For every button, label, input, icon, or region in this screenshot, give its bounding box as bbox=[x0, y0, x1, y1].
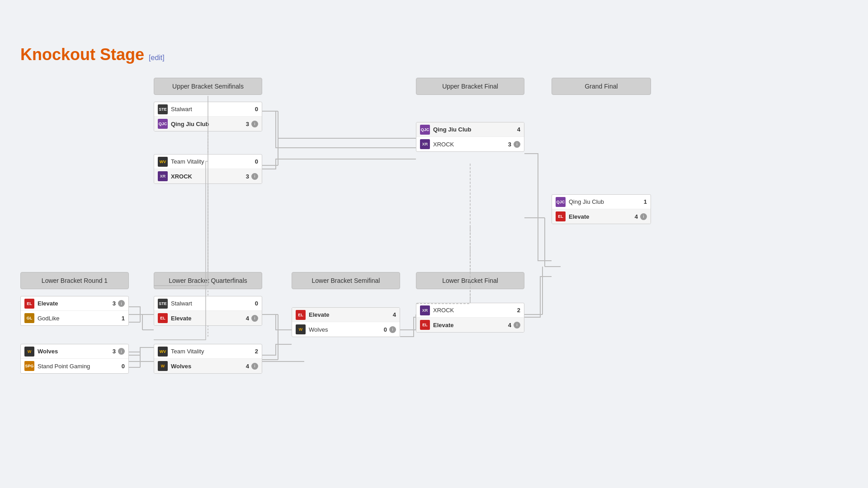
ub-final-column: Upper Bracket Final QJC Qing Jiu Club 4 … bbox=[416, 78, 524, 152]
team-name: Stalwart bbox=[171, 106, 250, 113]
bracket-area: Lower Bracket Round 1 EL Elevate 3 i GL … bbox=[20, 78, 698, 403]
team-score: 3 bbox=[503, 141, 511, 148]
team-score: 1 bbox=[639, 198, 647, 205]
elevate-logo-1: EL bbox=[24, 299, 34, 309]
lb-qf-header: Lower Bracket Quarterfinals bbox=[154, 272, 262, 289]
ub-sf-match1: STE Stalwart 0 QJC Qing Jiu Club 3 i bbox=[154, 102, 262, 131]
lb-qf-match1: STE Stalwart 0 EL Elevate 4 i bbox=[154, 296, 262, 326]
qjc-logo-2: QJC bbox=[420, 125, 430, 135]
lb-qf-m2-team2: W Wolves 4 i bbox=[154, 359, 262, 373]
lb-qf-column: Lower Bracket Quarterfinals STE Stalwart… bbox=[154, 272, 262, 374]
vitality-logo-2: WV bbox=[158, 347, 168, 357]
spg-logo: SPG bbox=[24, 361, 34, 371]
team-name: XROCK bbox=[433, 141, 503, 148]
team-name: Elevate bbox=[433, 322, 503, 328]
team-name: Wolves bbox=[309, 326, 379, 333]
info-icon[interactable]: i bbox=[118, 348, 125, 355]
gf-team1: QJC Qing Jiu Club 1 bbox=[552, 195, 651, 209]
ub-final-header: Upper Bracket Final bbox=[416, 78, 524, 95]
lb-qf-m2-team1: WV Team Vitality 2 bbox=[154, 344, 262, 359]
info-icon[interactable]: i bbox=[514, 141, 520, 148]
stalwart-logo-2: STE bbox=[158, 299, 168, 309]
info-icon[interactable]: i bbox=[251, 173, 258, 180]
team-score: 3 bbox=[241, 173, 249, 180]
team-name: GodLike bbox=[38, 315, 117, 322]
team-score: 3 bbox=[108, 300, 116, 307]
xrock-logo-3: XR bbox=[420, 305, 430, 315]
team-score: 1 bbox=[117, 315, 125, 322]
lb-final-team2: EL Elevate 4 i bbox=[416, 318, 524, 332]
info-icon[interactable]: i bbox=[389, 326, 396, 333]
page-container: Knockout Stage [edit] bbox=[9, 9, 859, 412]
elevate-logo-3: EL bbox=[296, 310, 306, 320]
team-name: XROCK bbox=[433, 307, 512, 314]
info-icon[interactable]: i bbox=[251, 363, 258, 370]
lb-sf-column: Lower Bracket Semifinal EL Elevate 4 W W… bbox=[292, 272, 400, 337]
team-score: 4 bbox=[512, 126, 520, 133]
ub-sf-column: Upper Bracket Semifinals STE Stalwart 0 … bbox=[154, 78, 262, 184]
qjc-logo-1: QJC bbox=[158, 119, 168, 129]
lb-r1-match2-team2: SPG Stand Point Gaming 0 bbox=[21, 359, 128, 373]
team-score: 4 bbox=[241, 363, 249, 370]
elevate-logo-2: EL bbox=[158, 313, 168, 323]
qjc-logo-3: QJC bbox=[556, 197, 566, 207]
grand-final-column: Grand Final QJC Qing Jiu Club 1 EL Eleva… bbox=[552, 78, 651, 224]
stalwart-logo-1: STE bbox=[158, 104, 168, 114]
team-name: Elevate bbox=[38, 300, 108, 307]
ub-sf-m2-team2: XR XROCK 3 i bbox=[154, 169, 262, 183]
gf-team2: EL Elevate 4 i bbox=[552, 209, 651, 224]
ub-sf-m1-team1: STE Stalwart 0 bbox=[154, 102, 262, 117]
grand-final-header: Grand Final bbox=[552, 78, 651, 95]
team-score: 3 bbox=[108, 348, 116, 355]
team-score: 0 bbox=[379, 326, 387, 333]
team-name: Elevate bbox=[569, 213, 630, 220]
xrock-logo-2: XR bbox=[420, 139, 430, 149]
team-name: XROCK bbox=[171, 173, 241, 180]
lb-final-team1: XR XROCK 2 bbox=[416, 303, 524, 318]
edit-link[interactable]: [edit] bbox=[149, 54, 165, 62]
info-icon[interactable]: i bbox=[640, 213, 647, 220]
info-icon[interactable]: i bbox=[251, 121, 258, 127]
team-score: 4 bbox=[630, 213, 638, 220]
ub-final-team2: XR XROCK 3 i bbox=[416, 137, 524, 151]
elevate-logo-5: EL bbox=[556, 211, 566, 221]
team-name: Stalwart bbox=[171, 300, 250, 307]
ub-sf-header: Upper Bracket Semifinals bbox=[154, 78, 262, 95]
lb-sf-team2: W Wolves 0 i bbox=[292, 322, 400, 337]
lb-r1-match2: W Wolves 3 i SPG Stand Point Gaming 0 bbox=[20, 344, 129, 374]
lb-r1-match1-team1: EL Elevate 3 i bbox=[21, 296, 128, 311]
vitality-logo-1: WV bbox=[158, 157, 168, 167]
wolves-logo-3: W bbox=[296, 324, 306, 334]
team-score: 0 bbox=[250, 158, 258, 165]
team-score: 4 bbox=[241, 315, 249, 322]
team-name: Stand Point Gaming bbox=[38, 363, 117, 370]
team-name: Team Vitality bbox=[171, 158, 250, 165]
team-score: 0 bbox=[250, 300, 258, 307]
godlike-logo: GL bbox=[24, 313, 34, 323]
lb-final-header: Lower Bracket Final bbox=[416, 272, 524, 289]
lb-r1-header: Lower Bracket Round 1 bbox=[20, 272, 129, 289]
team-name: Wolves bbox=[38, 348, 108, 355]
lb-r1-column: Lower Bracket Round 1 EL Elevate 3 i GL … bbox=[20, 272, 129, 374]
lb-r1-match1-team2: GL GodLike 1 bbox=[21, 311, 128, 325]
team-name: Qing Jiu Club bbox=[433, 126, 512, 133]
team-score: 0 bbox=[117, 363, 125, 370]
ub-sf-m1-team2: QJC Qing Jiu Club 3 i bbox=[154, 117, 262, 131]
ub-final-team1: QJC Qing Jiu Club 4 bbox=[416, 122, 524, 137]
info-icon[interactable]: i bbox=[251, 315, 258, 322]
info-icon[interactable]: i bbox=[118, 300, 125, 307]
lb-r1-match1: EL Elevate 3 i GL GodLike 1 bbox=[20, 296, 129, 326]
wolves-logo-1: W bbox=[24, 347, 34, 357]
info-icon[interactable]: i bbox=[514, 322, 520, 328]
team-score: 4 bbox=[388, 311, 396, 318]
lb-final-match: XR XROCK 2 EL Elevate 4 i bbox=[416, 303, 524, 333]
team-score: 4 bbox=[503, 322, 511, 328]
lb-sf-header: Lower Bracket Semifinal bbox=[292, 272, 400, 289]
team-score: 2 bbox=[512, 307, 520, 314]
team-name: Elevate bbox=[309, 311, 388, 318]
page-title: Knockout Stage [edit] bbox=[20, 45, 850, 64]
lb-final-column: Lower Bracket Final XR XROCK 2 EL Elevat… bbox=[416, 272, 524, 333]
lb-sf-match: EL Elevate 4 W Wolves 0 i bbox=[292, 307, 400, 337]
ub-final-match: QJC Qing Jiu Club 4 XR XROCK 3 i bbox=[416, 122, 524, 152]
lb-qf-m1-team2: EL Elevate 4 i bbox=[154, 311, 262, 325]
